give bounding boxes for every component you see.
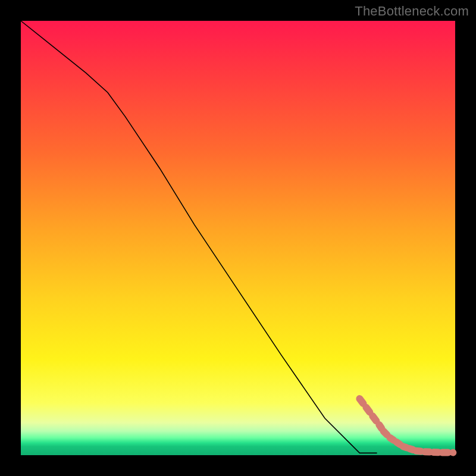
watermark-text: TheBottleneck.com bbox=[355, 4, 469, 19]
highlight-segment bbox=[396, 442, 400, 444]
highlight-segment bbox=[390, 438, 394, 440]
highlight-segment bbox=[409, 449, 413, 450]
main-curve bbox=[21, 21, 377, 453]
highlight-segment bbox=[379, 425, 381, 428]
highlight-segment bbox=[403, 446, 406, 447]
chart-frame bbox=[21, 21, 455, 455]
chart-overlay bbox=[21, 21, 455, 455]
chart-stage: TheBottleneck.com bbox=[0, 0, 476, 476]
highlight-segment bbox=[384, 431, 387, 435]
highlight-segment bbox=[416, 451, 421, 452]
highlight-segment bbox=[372, 416, 376, 421]
highlight-segment bbox=[359, 399, 363, 403]
highlight-dots-group bbox=[359, 399, 456, 456]
highlight-dot bbox=[449, 449, 456, 456]
highlight-segment bbox=[366, 408, 369, 412]
